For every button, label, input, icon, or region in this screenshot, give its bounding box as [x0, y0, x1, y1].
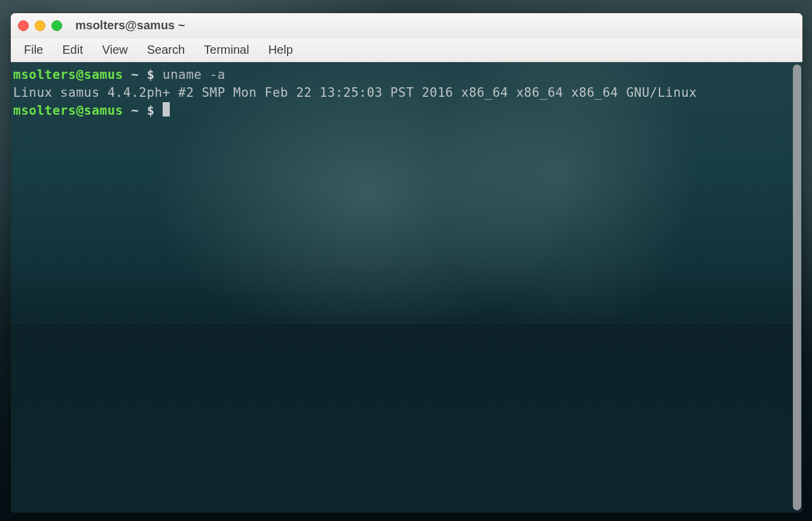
window-title: msolters@samus ~ [75, 19, 185, 32]
cursor [163, 102, 170, 117]
command-output: Linux samus 4.4.2ph+ #2 SMP Mon Feb 22 1… [13, 85, 697, 100]
prompt-userhost: msolters@samus [13, 68, 123, 82]
command-text: uname -a [163, 68, 225, 82]
terminal-content[interactable]: msolters@samus ~ $ uname -a Linux samus … [11, 62, 802, 123]
window-controls [18, 20, 62, 31]
maximize-button[interactable] [51, 20, 62, 31]
scrollbar[interactable] [793, 65, 801, 510]
menu-view[interactable]: View [94, 41, 136, 59]
minimize-button[interactable] [35, 20, 45, 31]
menu-file[interactable]: File [16, 41, 51, 59]
titlebar[interactable]: msolters@samus ~ [11, 13, 802, 38]
menu-help[interactable]: Help [260, 41, 301, 59]
close-button[interactable] [18, 20, 29, 31]
terminal-background-lower [11, 323, 802, 513]
menu-edit[interactable]: Edit [54, 41, 91, 59]
menu-search[interactable]: Search [139, 41, 193, 59]
prompt-path: ~ [131, 68, 139, 82]
prompt-userhost-2: msolters@samus [13, 103, 123, 118]
prompt-symbol: $ [146, 68, 154, 82]
terminal-window: msolters@samus ~ File Edit View Search T… [11, 13, 802, 513]
prompt-symbol-2: $ [146, 103, 154, 118]
prompt-path-2: ~ [131, 103, 139, 118]
menu-terminal[interactable]: Terminal [196, 41, 258, 59]
terminal-body[interactable]: msolters@samus ~ $ uname -a Linux samus … [11, 62, 802, 513]
menubar: File Edit View Search Terminal Help [11, 38, 802, 62]
